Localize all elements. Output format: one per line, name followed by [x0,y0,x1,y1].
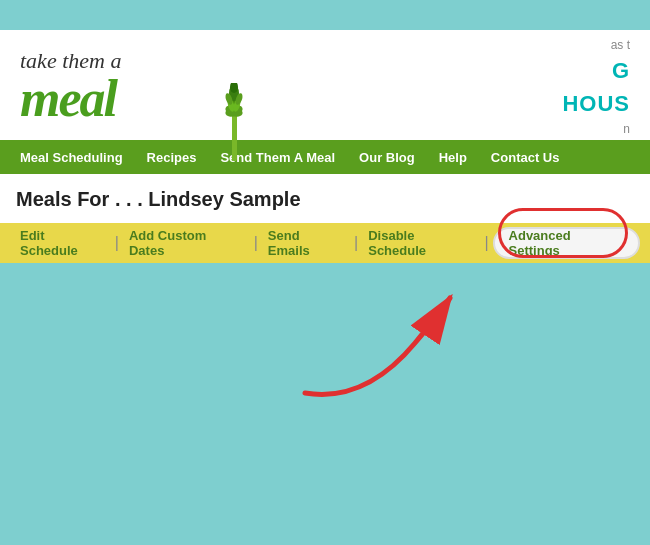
svg-rect-0 [232,113,237,161]
nav-bar: Meal Scheduling Recipes Send Them A Meal… [0,140,650,174]
edit-schedule-button[interactable]: Edit Schedule [10,223,115,263]
header: take them a meal [0,30,650,140]
separator-4: | [484,234,488,252]
send-emails-button[interactable]: Send Emails [258,223,354,263]
page-title: Meals For . . . Lindsey Sample [16,188,634,211]
asparagus-icon [215,83,253,167]
nav-contact-us[interactable]: Contact Us [479,140,572,174]
disable-schedule-button[interactable]: Disable Schedule [358,223,484,263]
page-title-area: Meals For . . . Lindsey Sample [0,174,650,223]
header-right-info: as t GHOUS n [562,36,630,138]
nav-our-blog[interactable]: Our Blog [347,140,427,174]
header-guest-title: GHOUS [562,54,630,120]
logo-meal-text: meal [20,73,116,125]
nav-recipes[interactable]: Recipes [135,140,209,174]
header-guest-sub: n [562,120,630,138]
top-band [0,0,650,30]
nav-help[interactable]: Help [427,140,479,174]
arrow-annotation [285,283,485,417]
header-as-text: as t [562,36,630,54]
bottom-area [0,263,650,478]
nav-meal-scheduling[interactable]: Meal Scheduling [8,140,135,174]
logo-area: take them a meal [20,49,121,125]
add-custom-dates-button[interactable]: Add Custom Dates [119,223,254,263]
action-bar: Edit Schedule | Add Custom Dates | Send … [0,223,650,263]
advanced-settings-button[interactable]: Advanced Settings [493,227,640,259]
